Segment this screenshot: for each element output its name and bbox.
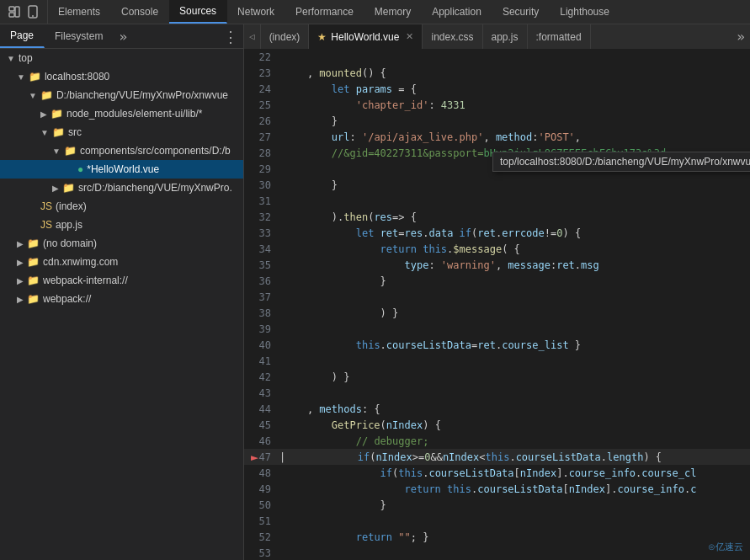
code-line-32: 32 ).then(res=> { (244, 209, 750, 225)
js-file-icon: JS (40, 200, 52, 212)
code-line-25: 25 'chapter_id': 4331 (244, 97, 750, 113)
code-line-44: 44 , methods: { (244, 401, 750, 417)
code-line-49: 49 return this.courseListData[nIndex].co… (244, 481, 750, 497)
folder-icon-src: 📁 (52, 126, 65, 138)
devtools-tabbar: Elements Console Sources Network Perform… (0, 0, 750, 24)
file-tab-appjs[interactable]: app.js (483, 24, 528, 49)
inspect-icon[interactable] (7, 4, 22, 19)
code-line-37: 37 (244, 289, 750, 305)
code-line-41: 41 (244, 353, 750, 369)
file-tabs-more[interactable]: » (731, 24, 750, 49)
sidebar-item-src[interactable]: ▼ 📁 src (0, 123, 243, 141)
folder-icon-nodomain: 📁 (27, 237, 40, 249)
tab-network[interactable]: Network (227, 0, 285, 24)
folder-icon: 📁 (40, 89, 53, 101)
svg-rect-1 (9, 13, 14, 17)
tab-page[interactable]: Page (0, 24, 45, 48)
tab-sources[interactable]: Sources (169, 0, 227, 24)
sidebar-item-localhost[interactable]: ▼ 📁 localhost:8080 (0, 67, 243, 86)
code-line-39: 39 (244, 321, 750, 337)
svg-rect-2 (15, 7, 19, 17)
tab-console[interactable]: Console (111, 0, 169, 24)
tab-application[interactable]: Application (422, 0, 492, 24)
code-line-53: 53 (244, 545, 750, 560)
file-tab-indexcss[interactable]: index.css (423, 24, 482, 49)
sidebar-item-node-modules[interactable]: ▶ 📁 node_modules/element-ui/lib/* (0, 104, 243, 123)
sidebar-item-helloworld[interactable]: ● *HelloWorld.vue (0, 160, 243, 179)
code-line-23: 23 , mounted() { (244, 65, 750, 81)
code-line-46: 46 // debugger; (244, 433, 750, 449)
device-icon[interactable] (25, 4, 40, 19)
code-line-35: 35 type: 'warning', message:ret.msg (244, 257, 750, 273)
folder-icon-srcd: 📁 (62, 182, 75, 194)
tab-performance[interactable]: Performance (285, 0, 364, 24)
code-line-42: 42 ) } (244, 369, 750, 385)
path-tooltip: top/localhost:8080/D:/biancheng/VUE/myXn… (492, 152, 750, 172)
tab-security[interactable]: Security (492, 0, 550, 24)
code-line-45: 45 GetPrice(nIndex) { (244, 417, 750, 433)
sidebar-item-no-domain[interactable]: ▶ 📁 (no domain) (0, 234, 243, 253)
watermark: ⊙亿速云 (708, 541, 743, 553)
code-line-33: 33 let ret=res.data if(ret.errcode!=0) { (244, 225, 750, 241)
file-tab-helloworld[interactable]: ★ HelloWorld.vue ✕ (309, 24, 423, 49)
code-editor[interactable]: top/localhost:8080/D:/biancheng/VUE/myXn… (244, 49, 750, 560)
sidebar-item-biancheng[interactable]: ▼ 📁 D:/biancheng/VUE/myXnwPro/xnwvue (0, 86, 243, 104)
js-file-icon-app: JS (40, 219, 52, 231)
folder-icon-components: 📁 (64, 145, 77, 157)
code-line-26: 26 } (244, 113, 750, 129)
code-line-34: 34 return this.$message( { (244, 241, 750, 257)
folder-icon-cdn: 📁 (27, 256, 40, 268)
sidebar-item-appjs[interactable]: JS app.js (0, 216, 243, 234)
folder-icon-webpack-int: 📁 (27, 275, 40, 286)
svg-rect-0 (9, 7, 14, 11)
code-line-36: 36 } (244, 273, 750, 289)
sidebar-item-top[interactable]: ▼ top (0, 49, 243, 67)
sidebar-item-webpack[interactable]: ▶ 📁 webpack:// (0, 290, 243, 308)
expand-arrow: ▼ (7, 54, 15, 63)
main-layout: ▼ top ▼ 📁 localhost:8080 ▼ 📁 D:/bianchen… (0, 49, 750, 560)
code-line-31: 31 (244, 193, 750, 209)
devtools-icons (0, 0, 48, 24)
close-tab-helloworld[interactable]: ✕ (406, 31, 413, 42)
folder-icon: 📁 (51, 108, 63, 120)
tab-filesystem[interactable]: Filesystem (45, 24, 114, 48)
code-line-52: 52 return ""; } (244, 529, 750, 545)
code-line-24: 24 let params = { (244, 81, 750, 97)
code-line-47: 47 ► | if(nIndex>=0&&nIndex<this.courseL… (244, 449, 750, 465)
tab-elements[interactable]: Elements (48, 0, 111, 24)
sidebar-item-cdn[interactable]: ▶ 📁 cdn.xnwimg.com (0, 253, 243, 271)
sidebar-item-webpack-internal[interactable]: ▶ 📁 webpack-internal:// (0, 271, 243, 290)
sources-sidebar: ▼ top ▼ 📁 localhost:8080 ▼ 📁 D:/bianchen… (0, 49, 244, 560)
sidebar-item-components[interactable]: ▼ 📁 components/src/components/D:/b (0, 141, 243, 160)
sidebar-item-src-d[interactable]: ▶ 📁 src/D:/biancheng/VUE/myXnwPro. (0, 179, 243, 197)
vue-file-icon: ● (77, 163, 83, 175)
folder-icon-webpack: 📁 (27, 293, 40, 305)
code-line-38: 38 ) } (244, 305, 750, 321)
code-line-48: 48 if(this.courseListData[nIndex].course… (244, 465, 750, 481)
code-line-22: 22 (244, 49, 750, 65)
file-tab-index[interactable]: (index) (261, 24, 310, 49)
file-tab-formatted[interactable]: :formatted (528, 24, 591, 49)
folder-icon: 📁 (29, 71, 41, 83)
code-line-50: 50 } (244, 497, 750, 513)
code-line-30: 30 } (244, 177, 750, 193)
code-line-43: 43 (244, 385, 750, 401)
svg-point-4 (32, 15, 34, 17)
tab-lighthouse[interactable]: Lighthouse (550, 0, 620, 24)
panel-options-icon[interactable]: ⋮ (223, 29, 238, 44)
panel-more-button[interactable]: » (114, 24, 132, 48)
code-line-40: 40 this.courseListData=ret.course_list } (244, 337, 750, 353)
code-line-51: 51 (244, 513, 750, 529)
debug-arrow: ► (251, 450, 258, 465)
tab-memory[interactable]: Memory (364, 0, 422, 24)
file-tab-arrow: ◁ (249, 31, 255, 42)
code-line-27: 27 url: '/api/ajax_live.php', method:'PO… (244, 129, 750, 145)
sidebar-item-index[interactable]: JS (index) (0, 197, 243, 216)
